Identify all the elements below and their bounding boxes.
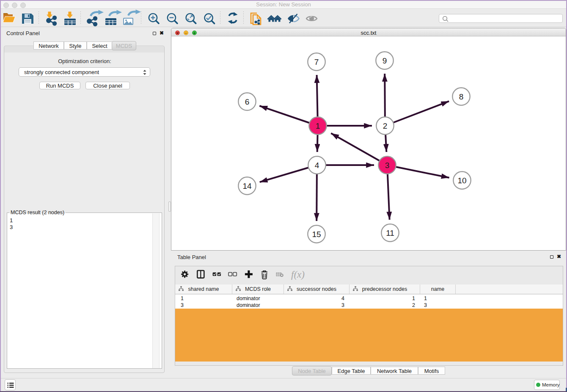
svg-text:3: 3 [385, 161, 390, 170]
svg-text:1: 1 [316, 121, 320, 130]
svg-text:9: 9 [383, 56, 387, 65]
svg-text:6: 6 [245, 97, 250, 106]
svg-text:7: 7 [314, 58, 319, 66]
svg-text:14: 14 [242, 182, 252, 190]
svg-text:8: 8 [459, 92, 464, 101]
svg-text:2: 2 [383, 121, 388, 130]
svg-text:10: 10 [457, 176, 466, 185]
svg-text:f(x): f(x) [291, 269, 305, 280]
svg-text:15: 15 [312, 230, 321, 239]
svg-text:11: 11 [386, 229, 394, 237]
svg-text:4: 4 [315, 161, 319, 170]
